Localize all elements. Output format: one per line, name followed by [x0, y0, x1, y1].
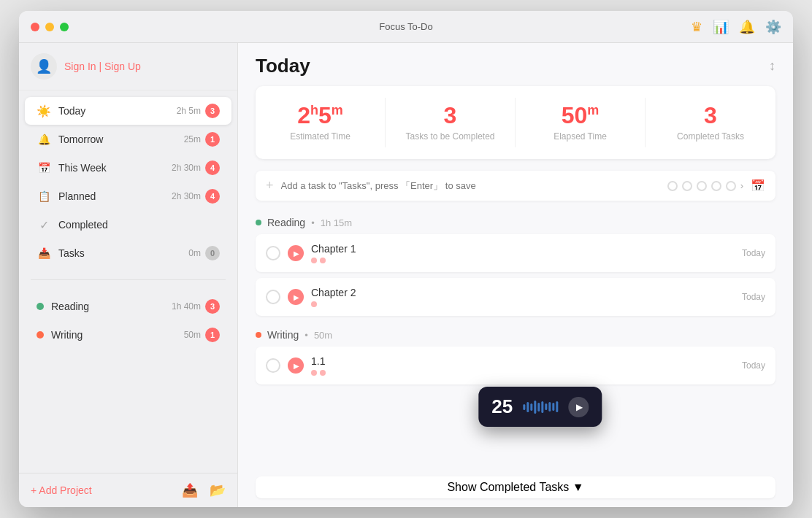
sidebar-item-completed[interactable]: ✓ Completed: [25, 211, 231, 239]
chapter1-checkbox[interactable]: [266, 246, 280, 260]
more-options-icon[interactable]: ›: [740, 180, 743, 191]
crown-icon[interactable]: ♛: [691, 19, 702, 35]
main-layout: 👤 Sign In | Sign Up ☀️ Today 2h 5m 3 🔔: [19, 43, 793, 507]
wave-bar-2: [526, 402, 529, 412]
page-title: Today: [256, 55, 310, 77]
wave-bar-6: [541, 401, 543, 413]
sidebar-item-planned[interactable]: 📋 Planned 2h 30m 4: [25, 182, 231, 210]
reading-section-header: Reading • 1h 15m: [256, 209, 775, 234]
stat-elapsed: 50m Elapsed Time: [516, 98, 646, 147]
task-1-1: ▶ 1.1 Today: [256, 347, 775, 384]
add-project-button[interactable]: + Add Project: [31, 484, 92, 496]
priority-dot-1[interactable]: [667, 181, 678, 191]
calendar-icon[interactable]: 📅: [751, 179, 765, 193]
sign-in-link[interactable]: Sign In | Sign Up: [64, 61, 141, 72]
priority-dot-2[interactable]: [682, 181, 692, 191]
task11-indicators: [311, 370, 735, 376]
chapter1-play-button[interactable]: ▶: [288, 245, 304, 261]
chapter2-play-button[interactable]: ▶: [288, 289, 304, 305]
maximize-button[interactable]: [60, 23, 69, 31]
writing-meta: 50m 1: [184, 328, 220, 342]
elapsed-label: Elapsed Time: [527, 131, 633, 142]
settings-icon[interactable]: ⚙️: [765, 19, 781, 35]
sidebar-item-this-week[interactable]: 📅 This Week 2h 30m 4: [25, 154, 231, 182]
sidebar: 👤 Sign In | Sign Up ☀️ Today 2h 5m 3 🔔: [19, 43, 238, 507]
add-task-input[interactable]: [281, 180, 660, 191]
task-chapter2: ▶ Chapter 2 Today: [256, 278, 775, 316]
wave-bar-3: [530, 403, 532, 411]
task11-checkbox[interactable]: [266, 358, 280, 373]
stat-tasks-to-complete: 3 Tasks to be Completed: [386, 98, 516, 147]
wave-bar-9: [552, 403, 554, 411]
reading-section-dot: [256, 220, 261, 225]
add-task-plus-icon[interactable]: +: [266, 178, 274, 193]
priority-dot-4[interactable]: [711, 181, 721, 191]
priority-dots: ›: [667, 180, 743, 191]
chapter2-date: Today: [742, 292, 765, 302]
content-area: Today ↕ 2h5m Estimated Time 3 Tasks to b…: [238, 43, 793, 507]
planned-meta: 2h 30m 4: [172, 189, 220, 204]
completed-tasks-value: 3: [657, 104, 764, 127]
show-completed-text: Show Completed Tasks ▼: [447, 481, 583, 494]
chapter2-checkbox[interactable]: [266, 290, 280, 304]
wave-bar-5: [537, 403, 540, 411]
sidebar-item-today[interactable]: ☀️ Today 2h 5m 3: [25, 97, 231, 125]
user-icon: 👤: [36, 58, 52, 74]
writing-section-dot: [256, 332, 261, 338]
stats-row: 2h5m Estimated Time 3 Tasks to be Comple…: [256, 86, 775, 159]
tasks-to-complete-label: Tasks to be Completed: [397, 131, 503, 142]
minimize-button[interactable]: [45, 23, 54, 31]
show-completed-bar[interactable]: Show Completed Tasks ▼: [256, 476, 775, 498]
elapsed-value: 50m: [527, 104, 633, 127]
pomodoro-play-button[interactable]: ▶: [568, 397, 589, 417]
estimated-value: 2h5m: [267, 104, 373, 127]
sidebar-item-writing[interactable]: Writing 50m 1: [25, 321, 231, 349]
tasks-to-complete-value: 3: [397, 104, 503, 127]
close-button[interactable]: [31, 23, 39, 31]
window-title: Focus To-Do: [379, 21, 432, 32]
task11-date: Today: [742, 360, 765, 371]
reading-dot: [37, 303, 44, 310]
sort-icon[interactable]: ↕: [769, 58, 775, 74]
reading-section-time: 1h 15m: [321, 217, 352, 228]
sidebar-footer: + Add Project 📤 📂: [19, 473, 237, 507]
pomodoro-number: 25: [491, 395, 513, 418]
task11-play-button[interactable]: ▶: [288, 357, 304, 374]
bell-icon[interactable]: 🔔: [739, 19, 755, 35]
stat-estimated: 2h5m Estimated Time: [256, 98, 386, 147]
tasks-icon: 📥: [37, 246, 51, 260]
task11-play-icon: ▶: [294, 362, 299, 370]
chapter1-name: Chapter 1: [311, 243, 735, 255]
task11-indicator-1: [311, 370, 317, 376]
content-header: Today ↕: [238, 43, 793, 86]
sidebar-item-tasks[interactable]: 📥 Tasks 0m 0: [25, 239, 231, 267]
traffic-lights: [31, 23, 69, 31]
task11-indicator-2: [320, 370, 326, 376]
chapter2-content: Chapter 2: [311, 287, 735, 307]
add-task-bar: + › 📅: [256, 171, 775, 201]
completed-icon: ✓: [37, 217, 51, 232]
writing-section-header: Writing • 50m: [256, 322, 775, 347]
writing-section-title: Writing: [267, 329, 299, 341]
upload-icon[interactable]: 📤: [182, 482, 198, 498]
priority-dot-3[interactable]: [697, 181, 707, 191]
sidebar-nav: ☀️ Today 2h 5m 3 🔔 Tomorrow 25m 1: [19, 90, 237, 274]
wave-bar-7: [545, 403, 547, 410]
sidebar-item-tomorrow[interactable]: 🔔 Tomorrow 25m 1: [25, 125, 231, 153]
sidebar-divider: [31, 279, 226, 280]
folder-icon[interactable]: 📂: [210, 482, 226, 498]
chapter1-indicator-1: [311, 258, 317, 263]
completed-tasks-label: Completed Tasks: [657, 131, 764, 142]
priority-dot-5[interactable]: [726, 181, 736, 191]
chapter1-date: Today: [742, 248, 765, 258]
header-right-icons: ↕: [769, 58, 775, 74]
titlebar: Focus To-Do ♛ 📊 🔔 ⚙️: [19, 11, 793, 43]
week-icon: 📅: [37, 161, 51, 175]
stats-icon[interactable]: 📊: [713, 19, 729, 35]
writing-dot: [37, 331, 44, 339]
pomodoro-play-icon: ▶: [576, 402, 583, 412]
sidebar-projects: Reading 1h 40m 3 Writing 50m 1: [19, 286, 237, 473]
sidebar-item-reading[interactable]: Reading 1h 40m 3: [25, 293, 231, 320]
chapter1-indicator-2: [320, 258, 326, 263]
today-icon: ☀️: [37, 104, 51, 118]
